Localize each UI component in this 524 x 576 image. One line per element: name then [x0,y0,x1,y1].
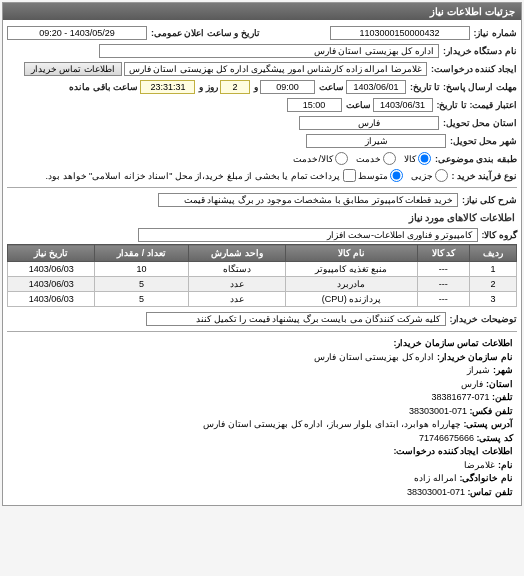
proc-opt-minor[interactable]: جزیی [411,169,448,182]
contact-info-button[interactable]: اطلاعات تماس خریدار [24,62,122,76]
cell-date: 1403/06/03 [8,262,95,277]
deadline-send-date: 1403/06/01 [346,80,406,94]
contact-fax-label: تلفن فکس: [470,406,514,416]
th-code[interactable]: کد کالا [417,245,470,262]
details-panel: جزئیات اطلاعات نیاز شماره نیاز: 11030001… [2,2,522,506]
announce-label: تاریخ و ساعت اعلان عمومی: [151,28,260,38]
cell-qty: 5 [95,292,188,307]
buyer-note-label: توضیحات خریدار: [450,314,518,324]
validity-time: 15:00 [287,98,342,112]
class-opt-both[interactable]: کالا/خدمت [293,152,348,165]
time-label-1: ساعت [319,82,344,92]
contact-city: شیراز [467,365,490,375]
need-title-label: شرح کلی نیاز: [462,195,517,205]
cell-unit: عدد [188,277,286,292]
cell-name: مادربرد [286,277,417,292]
buyer-note-value: کلیه شرکت کنندگان می بایست برگ پیشنهاد ق… [146,312,446,326]
row-deadline-send: مهلت ارسال پاسخ: تا تاریخ: 1403/06/01 سا… [7,78,517,96]
contact-org-label: نام سازمان خریدار: [437,352,513,362]
cell-name: منبع تغذیه کامپیوتر [286,262,417,277]
remain-and: و [254,82,258,92]
class-opt-goods[interactable]: کالا [404,152,431,165]
cell-code: --- [417,292,470,307]
cell-idx: 3 [470,292,517,307]
class-radio-group: کالا خدمت کالا/خدمت [293,152,431,165]
remain-time: 23:31:31 [140,80,195,94]
creator-label: ایجاد کننده درخواست: [431,64,517,74]
th-qty[interactable]: تعداد / مقدار [95,245,188,262]
remain-days: 2 [220,80,250,94]
row-creator: ایجاد کننده درخواست: غلامرضا امراله زاده… [7,60,517,78]
cell-code: --- [417,277,470,292]
row-buyer-note: توضیحات خریدار: کلیه شرکت کنندگان می بای… [7,310,517,328]
table-row[interactable]: 1---منبع تغذیه کامپیوتردستگاه101403/06/0… [8,262,517,277]
cell-idx: 1 [470,262,517,277]
proc-opt-medium[interactable]: متوسط [358,169,403,182]
group-label: گروه کالا: [482,230,518,240]
row-group: گروه کالا: کامپیوتر و فناوری اطلاعات-سخت… [7,226,517,244]
row-process: نوع فرآیند خرید : جزیی متوسط پرداخت تمام… [7,167,517,184]
need-title-value: خرید قطعات کامپیوتر مطابق با مشخصات موجو… [158,193,458,207]
creator-header: اطلاعات ایجاد کننده درخواست: [394,446,514,456]
th-idx[interactable]: ردیف [470,245,517,262]
proc-radio-medium[interactable] [390,169,403,182]
proc-radio-group: جزیی متوسط [358,169,448,182]
proc-note-text: پرداخت تمام یا بخشی از مبلغ خرید،از محل … [46,171,341,181]
row-request-number: شماره نیاز: 1103000150000432 تاریخ و ساع… [7,24,517,42]
contact-post-label: کد پستی: [477,433,514,443]
validity-date: 1403/06/31 [373,98,433,112]
creator-tel: 071-38303001 [407,487,465,497]
panel-title: جزئیات اطلاعات نیاز [3,3,521,20]
cell-code: --- [417,262,470,277]
org-label: نام دستگاه خریدار: [443,46,517,56]
class-opt-service[interactable]: خدمت [356,152,396,165]
time-label-2: ساعت [346,100,371,110]
th-unit[interactable]: واحد شمارش [188,245,286,262]
group-value: کامپیوتر و فناوری اطلاعات-سخت افزار [138,228,478,242]
proc-note-checkbox[interactable] [343,169,356,182]
remain-suffix: ساعت باقی مانده [69,82,138,92]
contact-info-block: اطلاعات تماس سازمان خریدار: نام سازمان خ… [7,335,517,501]
proc-radio-minor[interactable] [435,169,448,182]
class-radio-service[interactable] [383,152,396,165]
row-delivery-prov: استان محل تحویل: فارس [7,114,517,132]
items-table-body: 1---منبع تغذیه کامپیوتردستگاه101403/06/0… [8,262,517,307]
contact-city-label: شهر: [493,365,513,375]
contact-addr-label: آدرس پستی: [464,419,514,429]
contact-prov: فارس [461,379,483,389]
table-row[interactable]: 3---پردازنده (CPU)عدد51403/06/03 [8,292,517,307]
row-delivery-city: شهر محل تحویل: شیراز [7,132,517,150]
delivery-city-value: شیراز [306,134,446,148]
delivery-prov-value: فارس [299,116,439,130]
items-table: ردیف کد کالا نام کالا واحد شمارش تعداد /… [7,244,517,307]
cell-unit: دستگاه [188,262,286,277]
table-row[interactable]: 2---مادربردعدد51403/06/03 [8,277,517,292]
creator-fam: امراله زاده [414,473,457,483]
proc-note-check[interactable]: پرداخت تمام یا بخشی از مبلغ خرید،از محل … [46,169,356,182]
class-radio-both[interactable] [335,152,348,165]
cell-idx: 2 [470,277,517,292]
cell-qty: 5 [95,277,188,292]
row-need-title: شرح کلی نیاز: خرید قطعات کامپیوتر مطابق … [7,191,517,209]
class-radio-goods[interactable] [418,152,431,165]
items-table-head: ردیف کد کالا نام کالا واحد شمارش تعداد /… [8,245,517,262]
validity-label: اعتبار قیمت: تا تاریخ: [437,100,518,110]
th-date[interactable]: تاریخ نیاز [8,245,95,262]
deadline-send-time: 09:00 [260,80,315,94]
contact-tel-label: تلفن: [492,392,513,402]
contact-header: اطلاعات تماس سازمان خریدار: [394,338,514,348]
request-number-label: شماره نیاز: [474,28,518,38]
deadline-send-label: مهلت ارسال پاسخ: تا تاریخ: [410,82,517,92]
items-section-header: اطلاعات کالاهای مورد نیاز [7,209,517,226]
creator-name-label: نام: [498,460,513,470]
cell-date: 1403/06/03 [8,292,95,307]
proc-label: نوع فرآیند خرید : [452,171,518,181]
creator-value: غلامرضا امراله زاده کارشناس امور پیشگیری… [124,62,427,76]
request-number-value: 1103000150000432 [330,26,470,40]
th-name[interactable]: نام کالا [286,245,417,262]
delivery-city-label: شهر محل تحویل: [450,136,517,146]
row-org: نام دستگاه خریدار: اداره کل بهزیستی استا… [7,42,517,60]
contact-addr: چهارراه هوابرد، ابتدای بلوار سرباز، ادار… [203,419,461,429]
cell-date: 1403/06/03 [8,277,95,292]
panel-body: شماره نیاز: 1103000150000432 تاریخ و ساع… [3,20,521,505]
